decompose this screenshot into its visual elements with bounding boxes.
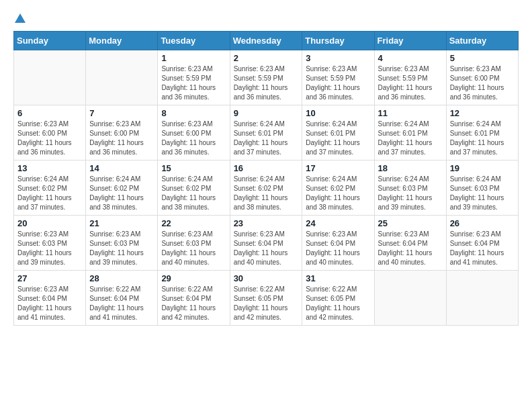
day-number: 15 [161, 163, 226, 173]
calendar-week-row: 13Sunrise: 6:24 AM Sunset: 6:02 PM Dayli… [14, 161, 519, 216]
calendar-cell: 14Sunrise: 6:24 AM Sunset: 6:02 PM Dayli… [86, 161, 158, 216]
calendar-cell [446, 271, 518, 326]
day-number: 1 [161, 53, 226, 63]
day-number: 9 [234, 108, 299, 118]
day-number: 4 [378, 53, 443, 63]
calendar-cell: 6Sunrise: 6:23 AM Sunset: 6:00 PM Daylig… [14, 105, 86, 161]
day-info: Sunrise: 6:23 AM Sunset: 6:03 PM Dayligh… [17, 230, 82, 267]
calendar-cell: 17Sunrise: 6:24 AM Sunset: 6:02 PM Dayli… [302, 161, 374, 216]
calendar-cell: 20Sunrise: 6:23 AM Sunset: 6:03 PM Dayli… [14, 216, 86, 271]
weekday-header: Thursday [302, 32, 374, 50]
weekday-header-row: SundayMondayTuesdayWednesdayThursdayFrid… [14, 32, 519, 50]
day-number: 17 [306, 163, 370, 173]
calendar-table: SundayMondayTuesdayWednesdayThursdayFrid… [13, 31, 519, 326]
day-info: Sunrise: 6:23 AM Sunset: 5:59 PM Dayligh… [234, 64, 299, 102]
weekday-header: Sunday [14, 32, 86, 50]
day-info: Sunrise: 6:23 AM Sunset: 6:00 PM Dayligh… [89, 120, 154, 157]
day-number: 13 [17, 163, 82, 173]
calendar-cell: 7Sunrise: 6:23 AM Sunset: 6:00 PM Daylig… [86, 105, 158, 161]
day-number: 26 [450, 218, 515, 228]
day-number: 24 [306, 218, 370, 228]
day-number: 18 [378, 163, 443, 173]
day-info: Sunrise: 6:22 AM Sunset: 6:05 PM Dayligh… [306, 285, 370, 322]
day-number: 11 [378, 108, 443, 118]
calendar-cell: 11Sunrise: 6:24 AM Sunset: 6:01 PM Dayli… [374, 105, 446, 161]
day-info: Sunrise: 6:23 AM Sunset: 6:00 PM Dayligh… [450, 64, 515, 102]
calendar-cell: 3Sunrise: 6:23 AM Sunset: 5:59 PM Daylig… [302, 50, 374, 105]
calendar-cell: 9Sunrise: 6:24 AM Sunset: 6:01 PM Daylig… [230, 105, 302, 161]
calendar-cell: 24Sunrise: 6:23 AM Sunset: 6:04 PM Dayli… [302, 216, 374, 271]
day-info: Sunrise: 6:22 AM Sunset: 6:05 PM Dayligh… [234, 285, 299, 322]
calendar-cell: 10Sunrise: 6:24 AM Sunset: 6:01 PM Dayli… [302, 105, 374, 161]
day-info: Sunrise: 6:23 AM Sunset: 5:59 PM Dayligh… [306, 64, 370, 102]
day-number: 22 [161, 218, 226, 228]
day-number: 28 [89, 273, 154, 283]
calendar-cell: 30Sunrise: 6:22 AM Sunset: 6:05 PM Dayli… [230, 271, 302, 326]
day-info: Sunrise: 6:24 AM Sunset: 6:02 PM Dayligh… [89, 175, 154, 212]
day-info: Sunrise: 6:22 AM Sunset: 6:04 PM Dayligh… [161, 285, 226, 322]
day-number: 21 [89, 218, 154, 228]
day-number: 20 [17, 218, 82, 228]
calendar-cell: 12Sunrise: 6:24 AM Sunset: 6:01 PM Dayli… [446, 105, 518, 161]
calendar-cell: 27Sunrise: 6:23 AM Sunset: 6:04 PM Dayli… [14, 271, 86, 326]
calendar-cell: 19Sunrise: 6:24 AM Sunset: 6:03 PM Dayli… [446, 161, 518, 216]
day-number: 23 [234, 218, 299, 228]
day-info: Sunrise: 6:23 AM Sunset: 6:04 PM Dayligh… [378, 230, 443, 267]
calendar-cell: 15Sunrise: 6:24 AM Sunset: 6:02 PM Dayli… [158, 161, 230, 216]
day-info: Sunrise: 6:24 AM Sunset: 6:01 PM Dayligh… [378, 120, 443, 157]
calendar-cell: 31Sunrise: 6:22 AM Sunset: 6:05 PM Dayli… [302, 271, 374, 326]
day-info: Sunrise: 6:24 AM Sunset: 6:02 PM Dayligh… [17, 175, 82, 212]
day-info: Sunrise: 6:24 AM Sunset: 6:02 PM Dayligh… [161, 175, 226, 212]
day-info: Sunrise: 6:24 AM Sunset: 6:01 PM Dayligh… [234, 120, 299, 157]
calendar-cell: 1Sunrise: 6:23 AM Sunset: 5:59 PM Daylig… [158, 50, 230, 105]
day-number: 8 [161, 108, 226, 118]
day-number: 10 [306, 108, 370, 118]
day-info: Sunrise: 6:24 AM Sunset: 6:02 PM Dayligh… [234, 175, 299, 212]
calendar-week-row: 1Sunrise: 6:23 AM Sunset: 5:59 PM Daylig… [14, 50, 519, 105]
day-info: Sunrise: 6:23 AM Sunset: 6:04 PM Dayligh… [17, 285, 82, 322]
day-number: 31 [306, 273, 370, 283]
header [13, 13, 519, 23]
day-number: 29 [161, 273, 226, 283]
day-number: 3 [306, 53, 370, 63]
day-number: 16 [234, 163, 299, 173]
day-info: Sunrise: 6:24 AM Sunset: 6:02 PM Dayligh… [306, 175, 370, 212]
calendar-cell: 28Sunrise: 6:22 AM Sunset: 6:04 PM Dayli… [86, 271, 158, 326]
calendar-cell: 13Sunrise: 6:24 AM Sunset: 6:02 PM Dayli… [14, 161, 86, 216]
day-number: 19 [450, 163, 515, 173]
calendar-cell: 16Sunrise: 6:24 AM Sunset: 6:02 PM Dayli… [230, 161, 302, 216]
day-number: 6 [17, 108, 82, 118]
calendar-cell: 8Sunrise: 6:23 AM Sunset: 6:00 PM Daylig… [158, 105, 230, 161]
weekday-header: Tuesday [158, 32, 230, 50]
day-info: Sunrise: 6:24 AM Sunset: 6:01 PM Dayligh… [450, 120, 515, 157]
calendar-cell: 26Sunrise: 6:23 AM Sunset: 6:04 PM Dayli… [446, 216, 518, 271]
calendar-cell: 18Sunrise: 6:24 AM Sunset: 6:03 PM Dayli… [374, 161, 446, 216]
calendar-cell: 2Sunrise: 6:23 AM Sunset: 5:59 PM Daylig… [230, 50, 302, 105]
calendar-cell: 5Sunrise: 6:23 AM Sunset: 6:00 PM Daylig… [446, 50, 518, 105]
day-number: 25 [378, 218, 443, 228]
weekday-header: Friday [374, 32, 446, 50]
weekday-header: Wednesday [230, 32, 302, 50]
calendar-cell: 21Sunrise: 6:23 AM Sunset: 6:03 PM Dayli… [86, 216, 158, 271]
calendar-cell: 4Sunrise: 6:23 AM Sunset: 5:59 PM Daylig… [374, 50, 446, 105]
day-number: 5 [450, 53, 515, 63]
day-number: 2 [234, 53, 299, 63]
day-info: Sunrise: 6:23 AM Sunset: 5:59 PM Dayligh… [161, 64, 226, 102]
calendar-cell: 29Sunrise: 6:22 AM Sunset: 6:04 PM Dayli… [158, 271, 230, 326]
calendar-week-row: 6Sunrise: 6:23 AM Sunset: 6:00 PM Daylig… [14, 105, 519, 161]
calendar-cell [374, 271, 446, 326]
calendar-week-row: 27Sunrise: 6:23 AM Sunset: 6:04 PM Dayli… [14, 271, 519, 326]
day-info: Sunrise: 6:24 AM Sunset: 6:03 PM Dayligh… [378, 175, 443, 212]
calendar-cell: 25Sunrise: 6:23 AM Sunset: 6:04 PM Dayli… [374, 216, 446, 271]
day-info: Sunrise: 6:23 AM Sunset: 6:04 PM Dayligh… [234, 230, 299, 267]
day-info: Sunrise: 6:23 AM Sunset: 6:04 PM Dayligh… [306, 230, 370, 267]
calendar-cell [14, 50, 86, 105]
logo-icon [15, 13, 26, 23]
day-info: Sunrise: 6:24 AM Sunset: 6:03 PM Dayligh… [450, 175, 515, 212]
day-number: 27 [17, 273, 82, 283]
day-info: Sunrise: 6:22 AM Sunset: 6:04 PM Dayligh… [89, 285, 154, 322]
day-number: 30 [234, 273, 299, 283]
day-info: Sunrise: 6:23 AM Sunset: 6:04 PM Dayligh… [450, 230, 515, 267]
weekday-header: Saturday [446, 32, 518, 50]
day-info: Sunrise: 6:23 AM Sunset: 6:03 PM Dayligh… [161, 230, 226, 267]
